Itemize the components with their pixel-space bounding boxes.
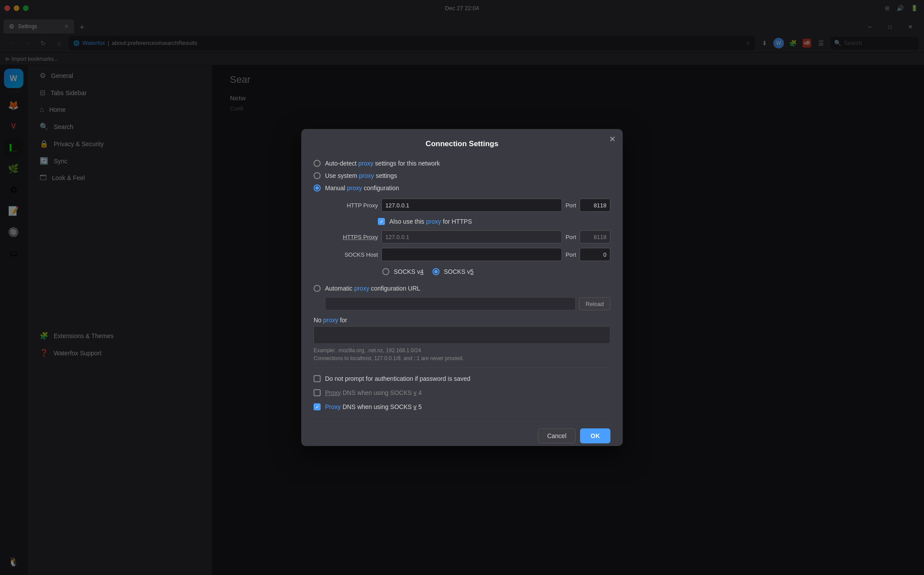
- cancel-button[interactable]: Cancel: [538, 428, 576, 443]
- socks-v5-label: SOCKS v5: [444, 268, 474, 275]
- https-proxy-row: HTTPS Proxy Port: [325, 230, 610, 243]
- proxy-dns-v4-label: Proxy DNS when using SOCKS v 4: [325, 389, 421, 396]
- also-use-proxy-link[interactable]: proxy: [426, 218, 441, 225]
- http-proxy-row: HTTP Proxy Port: [325, 199, 610, 212]
- reload-button[interactable]: Reload: [579, 297, 610, 310]
- no-auth-prompt-row[interactable]: Do not prompt for authentication if pass…: [314, 373, 610, 384]
- no-auth-prompt-checkbox[interactable]: [314, 375, 321, 382]
- proxy-dns-v5-label: Proxy DNS when using SOCKS v 5: [325, 403, 421, 410]
- radio-auto-proxy[interactable]: Automatic proxy configuration URL: [314, 282, 610, 295]
- ok-button[interactable]: OK: [580, 428, 610, 443]
- socks-version-row: SOCKS v4 SOCKS v5: [382, 265, 610, 278]
- auto-proxy-link[interactable]: proxy: [354, 285, 369, 292]
- no-proxy-hint-line2: Connections to localhost, 127.0.0.1/8, a…: [314, 354, 610, 362]
- socks-v4-label: SOCKS v4: [394, 268, 424, 275]
- connection-settings-dialog: Connection Settings ✕ Auto-detect proxy …: [301, 129, 623, 446]
- proxy-dns-v4-row[interactable]: Proxy DNS when using SOCKS v 4: [314, 387, 610, 398]
- manual-proxy-section: HTTP Proxy Port Also use this proxy for …: [325, 199, 610, 278]
- dialog-divider-1: [314, 368, 610, 368]
- also-use-https-label: Also use this proxy for HTTPS: [389, 218, 472, 225]
- auto-proxy-url-row: Reload: [325, 297, 610, 310]
- manual-label: Manual proxy configuration: [325, 184, 399, 192]
- https-port-label: Port: [565, 234, 576, 240]
- proxy-dns-v5-checkbox[interactable]: [314, 403, 321, 410]
- https-proxy-input[interactable]: [381, 230, 562, 243]
- http-port-input[interactable]: [580, 199, 610, 212]
- radio-use-system-input[interactable]: [314, 172, 321, 179]
- no-proxy-input[interactable]: [314, 326, 610, 344]
- radio-manual[interactable]: Manual proxy configuration: [314, 182, 610, 194]
- proxy-dns-v5-link[interactable]: Proxy: [325, 403, 341, 410]
- socks-v4-radio[interactable]: [382, 268, 389, 275]
- socks-host-input[interactable]: [381, 248, 562, 261]
- socks-v5-radio[interactable]: [432, 268, 440, 275]
- radio-auto-detect[interactable]: Auto-detect proxy settings for this netw…: [314, 157, 610, 170]
- proxy-dns-v4-checkbox[interactable]: [314, 389, 321, 396]
- no-proxy-hint-line1: Example: .mozilla.org, .net.nz, 192.168.…: [314, 346, 610, 354]
- https-proxy-label: HTTPS Proxy: [325, 234, 378, 240]
- no-auth-prompt-label: Do not prompt for authentication if pass…: [325, 375, 470, 382]
- socks-host-label: SOCKS Host: [325, 251, 378, 258]
- auto-detect-proxy-link[interactable]: proxy: [359, 160, 373, 167]
- socks-v4-option[interactable]: SOCKS v4: [382, 265, 424, 278]
- socks-host-row: SOCKS Host Port: [325, 248, 610, 261]
- modal-overlay: Connection Settings ✕ Auto-detect proxy …: [0, 0, 924, 575]
- radio-manual-input[interactable]: [314, 184, 321, 192]
- https-port-input[interactable]: [580, 230, 610, 243]
- manual-proxy-link[interactable]: proxy: [347, 184, 362, 192]
- auto-proxy-label: Automatic proxy configuration URL: [325, 285, 420, 292]
- use-system-proxy-link[interactable]: proxy: [359, 172, 374, 179]
- proxy-dns-v4-link[interactable]: Proxy: [325, 389, 341, 396]
- radio-auto-proxy-input[interactable]: [314, 285, 321, 292]
- no-proxy-section: No proxy for Example: .mozilla.org, .net…: [314, 317, 610, 362]
- radio-use-system[interactable]: Use system proxy settings: [314, 170, 610, 182]
- auto-proxy-url-input[interactable]: [325, 297, 576, 310]
- socks-v5-option[interactable]: SOCKS v5: [432, 265, 474, 278]
- also-use-https-checkbox[interactable]: [378, 218, 385, 225]
- no-proxy-label: No proxy for: [314, 317, 610, 324]
- auto-detect-label: Auto-detect proxy settings for this netw…: [325, 160, 440, 167]
- no-proxy-hint: Example: .mozilla.org, .net.nz, 192.168.…: [314, 346, 610, 362]
- dialog-footer: Cancel OK: [314, 421, 610, 443]
- socks-port-input[interactable]: [580, 248, 610, 261]
- use-system-label: Use system proxy settings: [325, 172, 397, 179]
- proxy-dns-v5-row[interactable]: Proxy DNS when using SOCKS v 5: [314, 402, 610, 412]
- dialog-title: Connection Settings: [314, 140, 610, 148]
- http-proxy-input[interactable]: [381, 199, 562, 212]
- radio-auto-detect-input[interactable]: [314, 160, 321, 167]
- socks-port-label: Port: [565, 251, 576, 258]
- http-port-label: Port: [565, 202, 576, 209]
- dialog-close-button[interactable]: ✕: [609, 135, 616, 143]
- also-use-https-row[interactable]: Also use this proxy for HTTPS: [378, 216, 610, 227]
- no-proxy-link[interactable]: proxy: [323, 317, 338, 324]
- http-proxy-label: HTTP Proxy: [325, 202, 378, 209]
